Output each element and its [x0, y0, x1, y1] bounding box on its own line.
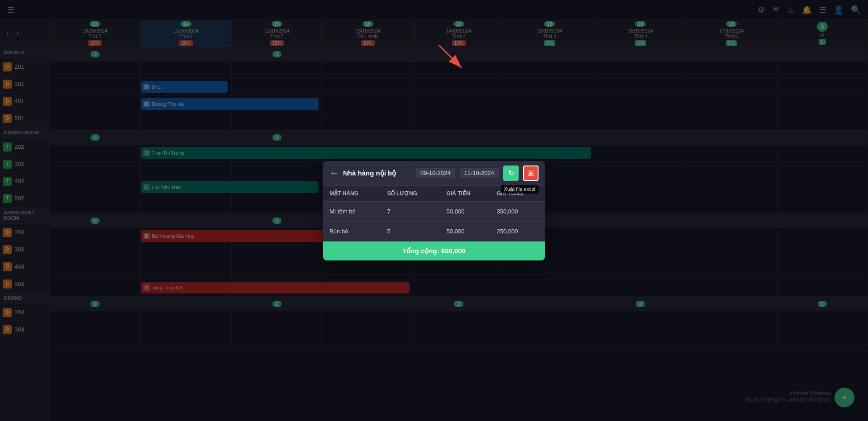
export-tooltip: Xuất file excel	[501, 185, 539, 194]
modal-footer-total[interactable]: Tổng cộng: 600,000	[323, 241, 545, 260]
modal-overlay[interactable]: ← Nhà hàng nội bộ 09-10-2024 11-10-2024 …	[0, 0, 868, 421]
modal-date-to: 11-10-2024	[460, 168, 499, 178]
modal-back-button[interactable]: ←	[329, 168, 339, 178]
table-cell-0-0: Mì tôm bò	[323, 201, 381, 221]
table-cell-1-1: 5	[381, 221, 440, 241]
table-header-2: GIÁ TIỀN	[440, 186, 491, 202]
table-row: Bún bò550,000250,000	[323, 221, 545, 241]
modal-export-button[interactable]	[523, 166, 539, 181]
table-cell-0-3: 350,000	[490, 201, 545, 221]
table-header-1: SỐ LƯỢNG	[381, 186, 440, 202]
table-cell-1-3: 250,000	[490, 221, 545, 241]
modal-date-from: 09-10-2024	[416, 168, 455, 178]
modal: ← Nhà hàng nội bộ 09-10-2024 11-10-2024 …	[323, 161, 545, 260]
table-cell-1-0: Bún bò	[323, 221, 381, 241]
table-cell-1-2: 50,000	[440, 221, 491, 241]
svg-rect-1	[528, 175, 534, 176]
modal-table: MẶT HÀNGSỐ LƯỢNGGIÁ TIỀNGIÁ TỔNG Mì tôm …	[323, 186, 545, 241]
modal-title: Nhà hàng nội bộ	[343, 169, 411, 177]
table-header-0: MẶT HÀNG	[323, 186, 381, 202]
modal-refresh-button[interactable]: ↻	[503, 166, 519, 181]
table-cell-0-1: 7	[381, 201, 440, 221]
table-row: Mì tôm bò750,000350,000	[323, 201, 545, 221]
modal-header: ← Nhà hàng nội bộ 09-10-2024 11-10-2024 …	[323, 161, 545, 186]
table-cell-0-2: 50,000	[440, 201, 491, 221]
